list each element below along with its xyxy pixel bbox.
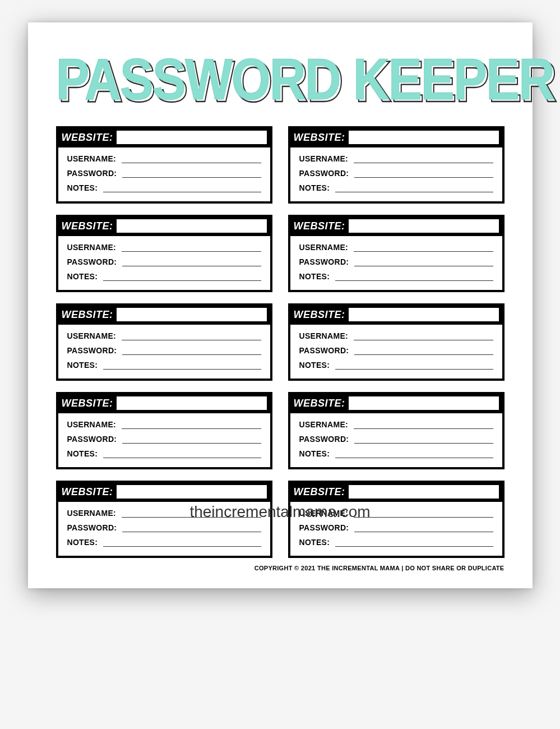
password-line[interactable] xyxy=(354,257,493,266)
password-card: WEBSITE: USERNAME: PASSWORD: NOTES: xyxy=(56,303,272,381)
card-body: USERNAME: PASSWORD: NOTES: xyxy=(58,236,270,290)
username-label: USERNAME: xyxy=(299,331,348,340)
password-card: WEBSITE: USERNAME: PASSWORD: NOTES: xyxy=(288,215,505,292)
password-card: WEBSITE: USERNAME: PASSWORD: NOTES: xyxy=(56,126,272,204)
notes-line[interactable] xyxy=(335,361,493,370)
username-line[interactable] xyxy=(122,154,261,163)
card-header: WEBSITE: xyxy=(58,306,270,325)
card-header: WEBSITE: xyxy=(58,394,270,413)
card-body: USERNAME: PASSWORD: NOTES: xyxy=(290,147,502,201)
website-field[interactable] xyxy=(349,308,499,321)
website-field[interactable] xyxy=(117,308,267,321)
password-line[interactable] xyxy=(354,435,493,444)
password-line[interactable] xyxy=(122,523,261,532)
password-label: PASSWORD: xyxy=(299,169,349,178)
password-label: PASSWORD: xyxy=(67,257,117,266)
password-card: WEBSITE: USERNAME: PASSWORD: NOTES: xyxy=(56,481,272,558)
password-line[interactable] xyxy=(122,169,261,178)
card-header: WEBSITE: xyxy=(290,128,502,147)
website-field[interactable] xyxy=(349,396,499,410)
notes-label: NOTES: xyxy=(299,361,330,370)
card-body: USERNAME: PASSWORD: NOTES: xyxy=(290,413,502,467)
username-line[interactable] xyxy=(122,509,261,518)
website-label: WEBSITE: xyxy=(62,398,113,409)
password-card: WEBSITE: USERNAME: PASSWORD: NOTES: xyxy=(288,392,505,469)
password-label: PASSWORD: xyxy=(299,257,349,266)
website-field[interactable] xyxy=(117,219,267,233)
password-line[interactable] xyxy=(122,257,261,266)
username-row: USERNAME: xyxy=(299,331,493,340)
website-label: WEBSITE: xyxy=(62,486,113,498)
notes-row: NOTES: xyxy=(299,538,493,547)
card-grid: WEBSITE: USERNAME: PASSWORD: NOTES: WEBS… xyxy=(56,126,505,558)
notes-label: NOTES: xyxy=(67,538,98,547)
username-line[interactable] xyxy=(354,243,493,252)
notes-row: NOTES: xyxy=(67,449,261,458)
website-label: WEBSITE: xyxy=(294,309,345,321)
notes-line[interactable] xyxy=(103,449,261,458)
username-line[interactable] xyxy=(354,154,493,163)
card-body: USERNAME: PASSWORD: NOTES: xyxy=(290,236,502,290)
password-card: WEBSITE: USERNAME: PASSWORD: NOTES: xyxy=(288,481,505,558)
notes-line[interactable] xyxy=(335,449,493,458)
document-page: PASSWORD KEEPER PASSWORD KEEPER WEBSITE:… xyxy=(28,22,533,588)
username-label: USERNAME: xyxy=(67,331,116,340)
notes-label: NOTES: xyxy=(67,361,98,370)
notes-line[interactable] xyxy=(103,538,261,547)
password-line[interactable] xyxy=(354,169,493,178)
username-line[interactable] xyxy=(122,420,261,429)
website-label: WEBSITE: xyxy=(62,220,113,232)
notes-label: NOTES: xyxy=(67,449,98,458)
card-body: USERNAME: PASSWORD: NOTES: xyxy=(58,413,270,467)
username-line[interactable] xyxy=(122,331,261,340)
notes-row: NOTES: xyxy=(299,449,493,458)
password-row: PASSWORD: xyxy=(67,257,261,266)
website-field[interactable] xyxy=(349,485,499,499)
notes-line[interactable] xyxy=(103,361,261,370)
notes-label: NOTES: xyxy=(299,272,330,281)
website-label: WEBSITE: xyxy=(62,309,113,321)
website-field[interactable] xyxy=(349,219,499,233)
notes-row: NOTES: xyxy=(67,361,261,370)
password-card: WEBSITE: USERNAME: PASSWORD: NOTES: xyxy=(56,215,272,292)
username-row: USERNAME: xyxy=(67,509,261,518)
notes-line[interactable] xyxy=(103,272,261,281)
notes-row: NOTES: xyxy=(299,183,493,192)
password-line[interactable] xyxy=(122,435,261,444)
password-row: PASSWORD: xyxy=(67,346,261,355)
username-label: USERNAME: xyxy=(67,154,116,163)
website-field[interactable] xyxy=(117,485,267,499)
username-row: USERNAME: xyxy=(67,154,261,163)
website-field[interactable] xyxy=(117,396,267,410)
username-label: USERNAME: xyxy=(67,509,116,518)
notes-label: NOTES: xyxy=(299,538,330,547)
username-line[interactable] xyxy=(354,420,493,429)
password-line[interactable] xyxy=(354,346,493,355)
card-header: WEBSITE: xyxy=(58,217,270,236)
notes-line[interactable] xyxy=(335,183,493,192)
username-line[interactable] xyxy=(122,243,261,252)
website-label: WEBSITE: xyxy=(294,486,345,498)
notes-line[interactable] xyxy=(103,183,261,192)
username-row: USERNAME: xyxy=(299,420,493,429)
password-row: PASSWORD: xyxy=(299,257,493,266)
password-line[interactable] xyxy=(122,346,261,355)
password-label: PASSWORD: xyxy=(299,346,349,355)
password-line[interactable] xyxy=(354,523,493,532)
notes-line[interactable] xyxy=(335,538,493,547)
website-field[interactable] xyxy=(349,131,499,144)
website-field[interactable] xyxy=(117,131,267,144)
card-body: USERNAME: PASSWORD: NOTES: xyxy=(58,502,270,556)
password-row: PASSWORD: xyxy=(299,346,493,355)
notes-line[interactable] xyxy=(335,272,493,281)
password-row: PASSWORD: xyxy=(299,523,493,532)
password-row: PASSWORD: xyxy=(67,169,261,178)
username-label: USERNAME: xyxy=(299,243,348,252)
username-label: USERNAME: xyxy=(299,509,348,518)
username-line[interactable] xyxy=(354,331,493,340)
password-label: PASSWORD: xyxy=(299,435,349,444)
card-header: WEBSITE: xyxy=(58,483,270,502)
username-line[interactable] xyxy=(354,509,493,518)
notes-label: NOTES: xyxy=(299,449,330,458)
title-main-text: PASSWORD KEEPER xyxy=(56,46,505,112)
